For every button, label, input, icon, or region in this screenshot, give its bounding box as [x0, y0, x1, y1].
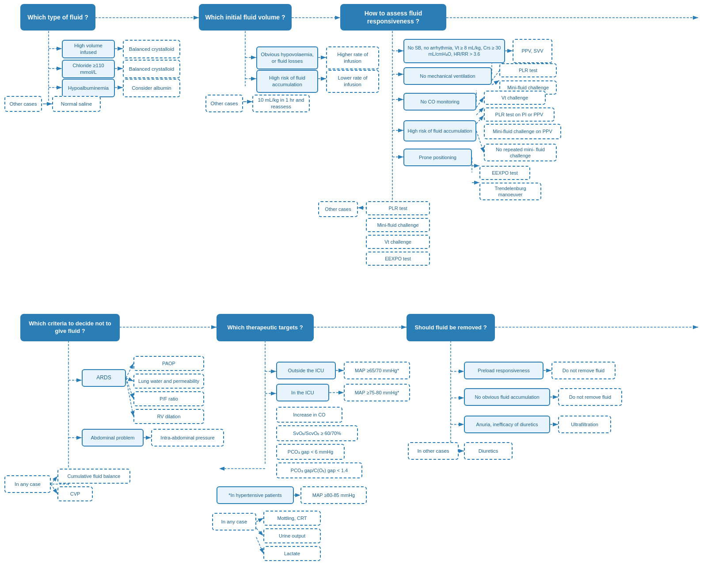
header-should-fluid-removed: Should fluid be removed ?: [407, 314, 495, 341]
cond-no-sb: No SB, no arrhythmia, Vt ≥ 8 mL/kg, Crs …: [403, 39, 505, 63]
cond-hypertensive: *In hypertensive patients: [217, 486, 294, 504]
res-lung-water: Lung water and permeability: [133, 374, 204, 389]
header-fluid-volume: Which initial fluid volume ?: [199, 4, 292, 31]
res-increase-co: Increase in CO: [276, 407, 342, 423]
res-ultrafiltration: Ultrafiltration: [558, 416, 611, 433]
res-eexpo-1: EEXPO test: [479, 166, 530, 180]
cond-other-cases-1: Other cases: [4, 96, 42, 112]
cond-high-risk-fluid: High risk of fluid accumulation: [256, 70, 318, 93]
res-map-80: MAP ≥80-85 mmHg: [300, 486, 367, 504]
res-pf-ratio: P/F ratio: [133, 391, 204, 406]
cond-high-volume: High volume infused: [62, 40, 115, 58]
cond-ards: ARDS: [82, 369, 126, 387]
diagram-container: Which type of fluid ? High volume infuse…: [0, 0, 707, 588]
res-pco2-co2: PCO₂ gap/C(O₂) gap < 1.4: [276, 462, 362, 478]
res-cvp: CVP: [57, 486, 93, 501]
res-balanced-1: Balanced crystalloid: [123, 40, 180, 58]
cond-no-fluid-accum: No obvious fluid accumulation: [464, 388, 550, 406]
cond-high-risk-accum: High risk of fluid accumulation: [403, 120, 476, 141]
svg-line-60: [126, 363, 133, 378]
cond-preload-resp: Preload responsiveness: [464, 362, 544, 379]
res-lower-rate: Lower rate of infusion: [326, 70, 379, 93]
res-higher-rate: Higher rate of infusion: [326, 46, 379, 69]
res-rv-dilation: RV dilation: [133, 409, 204, 424]
cond-chloride: Chloride ≥110 mmol/L: [62, 60, 115, 78]
res-trendelenburg: Trendelenburg manoeuver: [479, 183, 541, 200]
cond-no-co: No CO monitoring: [403, 93, 476, 111]
svg-line-66: [51, 484, 57, 494]
svg-line-54: [476, 107, 484, 115]
header-fluid-responsiveness: How to assess fluid responsiveness ?: [340, 4, 446, 31]
cond-any-case-1: In any case: [4, 475, 51, 493]
cond-outside-icu: Outside the ICU: [276, 362, 336, 379]
svg-line-50: [492, 71, 499, 80]
res-svo2: SvO₂/ScvO₂ ≥ 60/70%: [276, 425, 358, 441]
res-normal-saline: Normal saline: [52, 96, 101, 112]
res-no-repeated: No repeated mini- fluid challenge: [484, 144, 557, 161]
cond-prone: Prone positioning: [403, 149, 472, 166]
res-plr-1: PLR test: [499, 63, 557, 77]
svg-line-62: [126, 378, 133, 399]
res-mottling: Mottling, CRT: [263, 511, 321, 526]
res-do-not-remove-1: Do not remove fluid: [551, 362, 616, 379]
res-cumulative: Cumulative fluid balance: [57, 469, 130, 484]
svg-line-55: [476, 115, 484, 124]
svg-line-56: [476, 131, 484, 153]
header-fluid-type: Which type of fluid ?: [20, 4, 95, 31]
res-balanced-2: Balanced crystalloid: [123, 60, 180, 78]
res-pco2-gap: PCO₂ gap < 6 mmHg: [276, 444, 345, 460]
res-10ml: 10 mL/kg in 1 hr and reassess: [252, 95, 310, 112]
cond-any-case-2: In any case: [212, 513, 256, 531]
res-mini-fluid-2: Mini-fluid challenge: [366, 218, 430, 232]
res-urine-output: Urine output: [263, 528, 321, 543]
res-paop: PAOP: [133, 356, 204, 371]
cond-other-cases-3: Other cases: [318, 201, 358, 217]
res-lactate: Lactate: [263, 546, 321, 561]
svg-line-61: [126, 378, 133, 381]
res-do-not-remove-2: Do not remove fluid: [558, 388, 622, 406]
cond-hypoalbumin: Hypoalbuminemia: [62, 79, 115, 97]
res-plr-2: PLR test: [366, 201, 430, 215]
svg-line-65: [51, 476, 57, 484]
res-albumin: Consider albumin: [123, 79, 180, 97]
cond-no-mech-vent: No mechanical ventilation: [403, 67, 492, 85]
svg-line-72: [256, 537, 263, 554]
res-diuretics: Diuretics: [464, 442, 513, 460]
svg-line-63: [126, 378, 133, 416]
res-ppv-svv: PPV, SVV: [513, 39, 552, 63]
res-map-75: MAP ≥75-80 mmHg*: [344, 384, 410, 401]
header-criteria-no-fluid: Which criteria to decide not to give flu…: [20, 314, 120, 341]
res-eexpo-2: EEXPO test: [366, 252, 430, 266]
cond-abdominal: Abdominal problem: [82, 429, 144, 447]
svg-line-70: [256, 518, 263, 522]
header-therapeutic-targets: Which therapeutic targets ?: [217, 314, 314, 341]
res-intra-abdominal: Intra-abdominal pressure: [151, 429, 224, 447]
cond-other-cases-4: In other cases: [408, 442, 459, 460]
res-mini-ppv: Mini-fluid challenge on PPV: [484, 124, 561, 139]
cond-anuria: Anuria, inefficacy of diuretics: [464, 416, 550, 433]
res-vt-challenge-2: Vt challenge: [366, 235, 430, 249]
res-map-65: MAP ≥65/70 mmHg*: [344, 362, 410, 379]
svg-line-51: [492, 80, 499, 85]
cond-hypovolaemia: Obvious hypovolaemia, or fluid losses: [256, 46, 318, 69]
res-vt-challenge-1: Vt challenge: [484, 91, 546, 105]
svg-line-71: [256, 528, 263, 536]
res-plr-pi: PLR test on PI or PPV: [484, 107, 555, 122]
cond-in-icu: In the ICU: [276, 384, 329, 401]
svg-line-53: [476, 97, 484, 107]
cond-other-cases-2: Other cases: [205, 95, 243, 112]
